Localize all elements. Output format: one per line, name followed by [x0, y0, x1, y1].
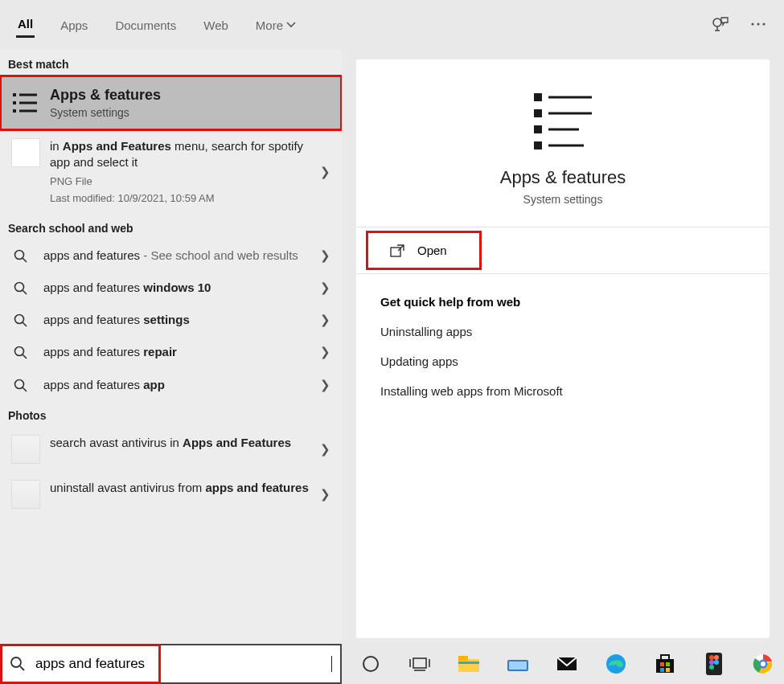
svg-rect-22 [534, 109, 542, 117]
svg-rect-32 [413, 658, 426, 668]
figma-icon[interactable] [703, 653, 725, 675]
svg-point-14 [15, 315, 24, 324]
svg-point-12 [15, 282, 24, 291]
svg-rect-38 [458, 661, 479, 664]
help-link[interactable]: Uninstalling apps [356, 317, 770, 346]
search-icon [14, 249, 28, 264]
svg-line-15 [23, 322, 27, 326]
scope-tabbar: All Apps Documents Web More [0, 0, 784, 50]
svg-point-10 [15, 250, 24, 259]
search-input[interactable] [34, 655, 331, 673]
svg-rect-26 [534, 141, 542, 149]
svg-point-18 [15, 379, 24, 388]
taskbar [342, 644, 784, 684]
svg-rect-24 [534, 125, 542, 133]
help-link[interactable]: Installing web apps from Microsoft [356, 376, 770, 406]
search-icon [14, 379, 28, 393]
chevron-right-icon: ❯ [320, 487, 330, 502]
svg-rect-45 [660, 662, 664, 666]
best-match-subtitle: System settings [50, 106, 161, 119]
svg-rect-20 [534, 93, 542, 101]
svg-rect-47 [660, 668, 664, 672]
svg-rect-46 [666, 662, 670, 666]
svg-point-52 [709, 660, 714, 665]
search-icon [10, 656, 26, 672]
search-icon [14, 281, 28, 296]
web-result[interactable]: apps and features - See school and web r… [0, 240, 342, 272]
search-icon [14, 346, 28, 360]
more-options-icon[interactable] [750, 22, 766, 27]
text-caret [331, 656, 332, 672]
svg-rect-8 [13, 109, 16, 113]
png-thumbnail-icon [11, 138, 40, 167]
best-match-result[interactable]: Apps & features System settings [0, 76, 342, 130]
svg-point-57 [761, 661, 766, 666]
svg-line-19 [23, 387, 27, 391]
microsoft-store-icon[interactable] [654, 653, 676, 675]
svg-rect-43 [656, 659, 674, 673]
tab-more[interactable]: More [254, 14, 298, 37]
search-box[interactable] [0, 644, 342, 684]
results-panel: Best match Apps & features System settin… [0, 50, 342, 644]
svg-point-3 [762, 23, 765, 25]
task-view-icon[interactable] [408, 653, 431, 675]
tab-all[interactable]: All [16, 12, 35, 38]
file-explorer-icon[interactable] [458, 653, 480, 675]
photo-thumbnail-icon [11, 435, 40, 464]
search-icon [14, 313, 28, 328]
open-button[interactable]: Open [367, 232, 480, 268]
svg-rect-28 [391, 248, 400, 256]
svg-point-0 [713, 18, 721, 27]
svg-point-31 [363, 657, 378, 671]
apps-features-list-icon [11, 88, 40, 117]
apps-features-hero-icon [529, 87, 597, 151]
file-modified-label: Last modified: 10/9/2021, 10:59 AM [50, 191, 311, 206]
tab-documents[interactable]: Documents [113, 14, 178, 37]
detail-title: Apps & features [500, 167, 626, 188]
svg-point-54 [709, 665, 714, 670]
web-result[interactable]: apps and features app ❯ [0, 369, 342, 401]
svg-rect-4 [13, 93, 16, 96]
detail-subtitle: System settings [523, 193, 603, 206]
file-type-label: PNG File [50, 174, 311, 189]
web-result[interactable]: apps and features settings ❯ [0, 304, 342, 336]
svg-point-1 [751, 23, 753, 25]
open-link-icon [390, 244, 404, 257]
svg-rect-48 [666, 668, 670, 672]
chevron-right-icon: ❯ [320, 165, 330, 179]
svg-point-16 [15, 347, 24, 356]
best-match-title: Apps & features [50, 87, 161, 104]
section-best-match: Best match [0, 50, 342, 76]
feedback-icon[interactable] [712, 16, 729, 32]
cortana-icon[interactable] [359, 653, 382, 675]
svg-line-11 [23, 258, 27, 262]
onscreen-keyboard-icon[interactable] [507, 653, 529, 675]
chevron-right-icon: ❯ [320, 313, 330, 327]
chevron-right-icon: ❯ [320, 248, 330, 263]
mail-icon[interactable] [556, 653, 578, 675]
chevron-down-icon [286, 22, 296, 28]
tab-web[interactable]: Web [202, 14, 230, 37]
chevron-right-icon: ❯ [320, 345, 330, 359]
web-result[interactable]: apps and features repair ❯ [0, 336, 342, 368]
edge-browser-icon[interactable] [605, 653, 627, 675]
svg-rect-37 [458, 656, 468, 661]
section-search-web: Search school and web [0, 214, 342, 240]
file-result[interactable]: in Apps and Features menu, search for sp… [0, 130, 342, 214]
svg-rect-36 [458, 659, 479, 672]
section-photos: Photos [0, 401, 342, 427]
help-link[interactable]: Updating apps [356, 346, 770, 376]
photo-result[interactable]: uninstall avast antivirus from apps and … [0, 472, 342, 517]
tab-apps[interactable]: Apps [59, 14, 89, 37]
svg-line-13 [23, 290, 27, 294]
web-result[interactable]: apps and features windows 10 ❯ [0, 272, 342, 304]
chevron-right-icon: ❯ [320, 281, 330, 295]
chrome-icon[interactable] [752, 653, 774, 675]
chevron-right-icon: ❯ [320, 378, 330, 392]
svg-point-51 [714, 655, 719, 660]
svg-point-50 [709, 655, 714, 660]
svg-rect-44 [661, 655, 669, 660]
detail-panel: Apps & features System settings Open Get… [342, 50, 784, 644]
svg-point-53 [714, 660, 719, 665]
photo-result[interactable]: search avast antivirus in Apps and Featu… [0, 427, 342, 472]
